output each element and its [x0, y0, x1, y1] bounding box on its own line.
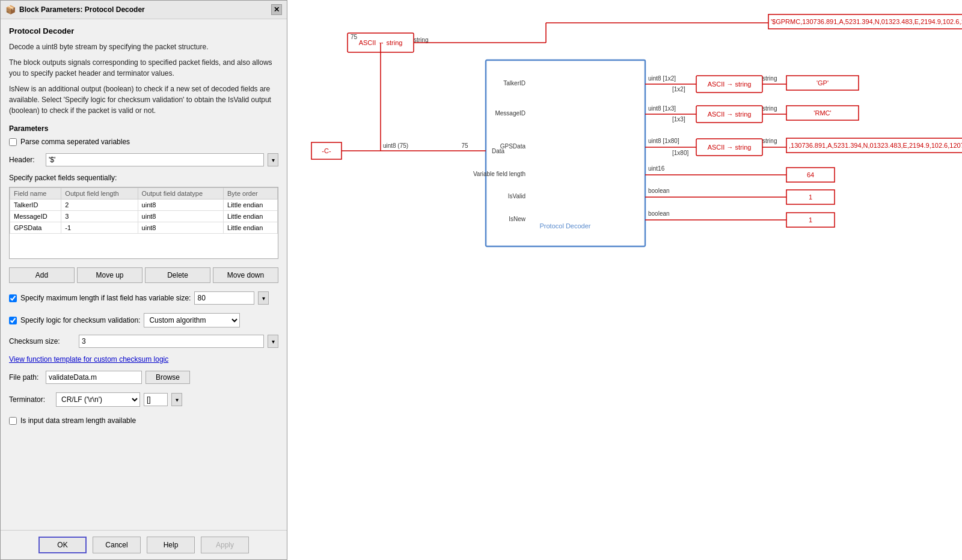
apply-button[interactable]: Apply — [201, 537, 249, 553]
svg-text:uint16: uint16 — [648, 165, 665, 172]
svg-text:ASCII → string: ASCII → string — [708, 81, 752, 88]
svg-text:,130736.891,A,5231.394,N,01323: ,130736.891,A,5231.394,N,01323.483,E,219… — [789, 142, 962, 149]
table-row[interactable]: TalkerID2uint8Little endian — [10, 199, 278, 211]
svg-text:uint8 [1x2]: uint8 [1x2] — [648, 75, 676, 82]
checksum-size-menu-button[interactable]: ▾ — [268, 335, 278, 348]
move-up-button[interactable]: Move up — [77, 267, 142, 283]
col-output-length: Output field length — [61, 188, 138, 199]
svg-text:[1x2]: [1x2] — [672, 86, 685, 93]
svg-text:ASCII → string: ASCII → string — [708, 111, 752, 118]
cancel-button[interactable]: Cancel — [93, 537, 141, 553]
maxlen-input[interactable] — [194, 291, 254, 305]
svg-text:ASCII → string: ASCII → string — [708, 144, 752, 151]
custom-checksum-link-row: View function template for custom checks… — [9, 355, 278, 364]
table-row[interactable]: MessageID3uint8Little endian — [10, 211, 278, 222]
svg-text:TalkerID: TalkerID — [503, 80, 525, 87]
terminator-row: Terminator: CR/LF ('\r\n') CR ('\r') LF … — [9, 392, 278, 407]
description-3: IsNew is an additional output (boolean) … — [9, 84, 278, 116]
svg-text:64: 64 — [807, 171, 814, 178]
terminator-label: Terminator: — [9, 395, 52, 404]
dialog-title: Block Parameters: Protocol Decoder — [19, 5, 145, 14]
block-diagram: ASCII → string string 75 '$GPRMC,130736.… — [287, 0, 962, 560]
dialog-body: Protocol Decoder Decode a uint8 byte str… — [1, 19, 287, 530]
col-byte-order: Byte order — [224, 188, 278, 199]
svg-text:IsValid: IsValid — [508, 193, 525, 199]
ok-button[interactable]: OK — [38, 537, 87, 553]
simulink-canvas: ASCII → string string 75 '$GPRMC,130736.… — [287, 0, 962, 560]
checksum-size-row: Checksum size: ▾ — [9, 335, 278, 348]
fields-table-container: Field name Output field length Output fi… — [9, 187, 278, 259]
svg-text:75: 75 — [461, 142, 468, 149]
filepath-label: File path: — [9, 373, 42, 382]
checksum-algorithm-dropdown[interactable]: Custom algorithm CRC Checksum — [144, 313, 240, 327]
checksum-row: Specify logic for checksum validation: C… — [9, 313, 278, 327]
checksum-size-input[interactable] — [79, 335, 264, 348]
col-field-name: Field name — [10, 188, 61, 199]
dialog-panel: 📦 Block Parameters: Protocol Decoder ✕ P… — [0, 0, 287, 560]
close-button[interactable]: ✕ — [271, 4, 282, 15]
col-datatype: Output field datatype — [138, 188, 223, 199]
fields-table: Field name Output field length Output fi… — [10, 187, 278, 234]
header-input[interactable] — [46, 153, 264, 166]
custom-checksum-link[interactable]: View function template for custom checks… — [9, 355, 168, 364]
dialog-footer: OK Cancel Help Apply — [1, 530, 287, 559]
svg-text:'GP': 'GP' — [816, 79, 829, 87]
header-field-row: Header: ▾ — [9, 153, 278, 166]
svg-text:boolean: boolean — [648, 187, 670, 194]
svg-text:uint8 [1x3]: uint8 [1x3] — [648, 105, 676, 112]
svg-text:Variable field length: Variable field length — [473, 171, 525, 177]
table-row[interactable]: GPSData-1uint8Little endian — [10, 222, 278, 234]
terminator-menu-button[interactable]: ▾ — [171, 393, 182, 406]
maxlen-label: Specify maximum length if last field has… — [20, 294, 191, 302]
svg-text:1: 1 — [809, 193, 812, 201]
input-stream-label: Is input data stream length available — [20, 416, 136, 425]
parse-checkbox-label: Parse comma seperated variables — [20, 138, 130, 146]
input-stream-checkbox[interactable] — [9, 417, 17, 425]
svg-text:Protocol Decoder: Protocol Decoder — [540, 222, 591, 230]
svg-text:string: string — [762, 75, 777, 82]
dialog-icon: 📦 — [5, 5, 16, 14]
dialog-titlebar: 📦 Block Parameters: Protocol Decoder ✕ — [1, 1, 287, 19]
svg-text:-C-: -C- — [322, 147, 331, 154]
packet-fields-label: Specify packet fields sequentially: — [9, 174, 278, 182]
terminator-extra-input[interactable] — [144, 393, 168, 406]
svg-text:[1x80]: [1x80] — [672, 150, 688, 156]
description-1: Decode a uint8 byte stream by specifying… — [9, 41, 278, 52]
svg-text:'RMC': 'RMC' — [813, 109, 831, 117]
section-title: Protocol Decoder — [9, 26, 278, 35]
header-menu-button[interactable]: ▾ — [268, 153, 278, 166]
checksum-size-label: Checksum size: — [9, 337, 75, 345]
svg-text:1: 1 — [809, 216, 812, 224]
move-down-button[interactable]: Move down — [213, 267, 278, 283]
checksum-checkbox[interactable] — [9, 317, 17, 324]
table-buttons-row: Add Move up Delete Move down — [9, 267, 278, 283]
maxlen-checkbox[interactable] — [9, 294, 17, 302]
svg-text:Data: Data — [492, 148, 505, 154]
maxlen-menu-button[interactable]: ▾ — [258, 291, 269, 305]
help-button[interactable]: Help — [147, 537, 195, 553]
svg-text:'$GPRMC,130736.891,A,5231.394,: '$GPRMC,130736.891,A,5231.394,N,01323.48… — [771, 18, 962, 25]
svg-text:string: string — [762, 105, 777, 112]
svg-text:MessageID: MessageID — [495, 110, 525, 117]
terminator-dropdown[interactable]: CR/LF ('\r\n') CR ('\r') LF ('\n') None — [56, 392, 140, 407]
svg-text:boolean: boolean — [648, 210, 670, 217]
maxlen-row: Specify maximum length if last field has… — [9, 291, 278, 305]
parse-checkbox[interactable] — [9, 138, 17, 146]
filepath-row: File path: Browse — [9, 371, 278, 384]
svg-text:75: 75 — [351, 34, 358, 40]
svg-text:string: string — [762, 138, 777, 144]
description-2: The block outputs signals corresponding … — [9, 57, 278, 79]
checksum-label: Specify logic for checksum validation: — [20, 316, 140, 324]
browse-button[interactable]: Browse — [146, 371, 190, 384]
input-stream-row: Is input data stream length available — [9, 416, 278, 425]
filepath-input[interactable] — [46, 371, 142, 384]
parse-checkbox-row: Parse comma seperated variables — [9, 138, 278, 146]
svg-text:uint8 (75): uint8 (75) — [383, 142, 408, 149]
svg-text:[1x3]: [1x3] — [672, 116, 685, 123]
params-label: Parameters — [9, 124, 278, 133]
svg-text:uint8 [1x80]: uint8 [1x80] — [648, 138, 679, 144]
delete-button[interactable]: Delete — [145, 267, 210, 283]
header-label: Header: — [9, 156, 42, 164]
add-button[interactable]: Add — [9, 267, 75, 283]
svg-text:IsNew: IsNew — [509, 216, 526, 222]
